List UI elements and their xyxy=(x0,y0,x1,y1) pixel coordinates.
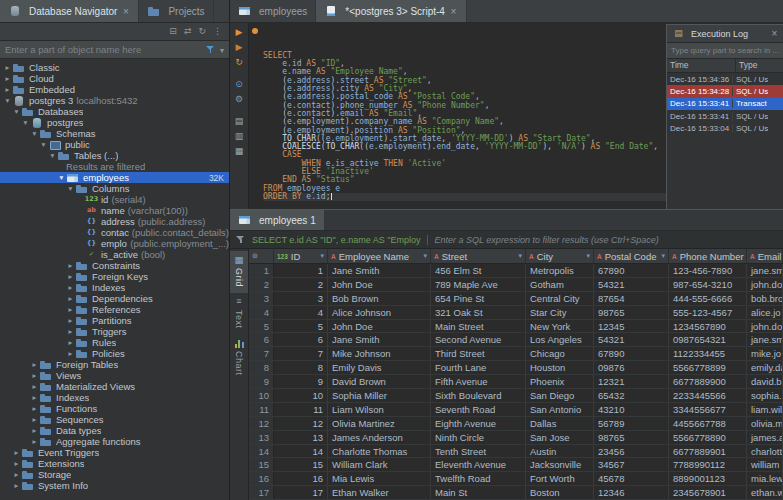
cell[interactable]: james.a xyxy=(747,431,783,444)
tree-item-id[interactable]: 123id(serial4) xyxy=(0,194,229,205)
cell[interactable]: 6 xyxy=(274,333,328,346)
expander-icon[interactable]: ▾ xyxy=(48,152,57,160)
execute-query-icon[interactable]: ▶ xyxy=(236,28,243,37)
cell[interactable]: 789 Maple Ave xyxy=(431,278,526,291)
tree-item-event-triggers[interactable]: ▸Event Triggers xyxy=(0,447,229,458)
view-tab-chart[interactable]: Chart xyxy=(230,334,248,382)
expander-icon[interactable]: ▸ xyxy=(3,64,12,72)
cell[interactable]: San Antonio xyxy=(526,403,594,416)
column-header-employee-name[interactable]: AEmployee Name▾ xyxy=(328,249,431,263)
cell[interactable]: Dallas xyxy=(526,417,594,430)
cell[interactable]: 7788990112 xyxy=(669,458,747,471)
tree-item-columns[interactable]: ▾Columns xyxy=(0,183,229,194)
row-number[interactable]: 3 xyxy=(249,292,274,305)
filter-input-placeholder[interactable]: Enter a SQL expression to filter results… xyxy=(427,235,659,245)
cell[interactable]: William Clark xyxy=(328,458,431,471)
cell[interactable]: Jane Smith xyxy=(328,264,431,277)
execution-log-tabbar[interactable]: Execution Log xyxy=(667,25,783,43)
tree-item-results-are-filtered[interactable]: Results are filtered xyxy=(0,161,229,172)
sort-icon[interactable]: ▾ xyxy=(320,252,324,260)
row-number[interactable]: 7 xyxy=(249,347,274,360)
cell[interactable]: 555-123-4567 xyxy=(669,306,747,319)
tree-item-foreign-keys[interactable]: ▸Foreign Keys xyxy=(0,271,229,282)
view-tab-grid[interactable]: ▦Grid xyxy=(230,251,248,293)
cell[interactable]: 2 xyxy=(274,278,328,291)
cell[interactable]: 0987654321 xyxy=(669,333,747,346)
cell[interactable]: 23456 xyxy=(594,445,669,458)
cell[interactable]: 14 xyxy=(274,445,328,458)
cell[interactable]: mia.lew xyxy=(747,472,783,485)
expander-icon[interactable]: ▸ xyxy=(12,460,21,468)
cell[interactable]: 98765 xyxy=(594,306,669,319)
cell[interactable]: 2345678901 xyxy=(669,486,747,499)
object-search-box[interactable]: Enter a part of object name here xyxy=(0,41,229,59)
tree-item-postgres-3[interactable]: ▾postgres 3localhost:5432 xyxy=(0,95,229,106)
refresh-icon[interactable]: ↻ xyxy=(198,27,206,36)
cell[interactable]: 34567 xyxy=(594,458,669,471)
cell[interactable]: Ethan Walker xyxy=(328,486,431,499)
cell[interactable]: 10 xyxy=(274,389,328,402)
expander-icon[interactable]: ▸ xyxy=(66,350,75,358)
row-header-corner[interactable]: ⊙ xyxy=(249,249,274,263)
row-number[interactable]: 8 xyxy=(249,361,274,374)
row-number[interactable]: 5 xyxy=(249,320,274,333)
filter-icon[interactable] xyxy=(206,45,216,54)
cell[interactable]: 6677889901 xyxy=(669,445,747,458)
explain-plan-icon[interactable]: ⊙ xyxy=(235,80,243,89)
cell[interactable]: 5566778899 xyxy=(669,361,747,374)
cell[interactable]: 8899001123 xyxy=(669,472,747,485)
cell[interactable]: 12 xyxy=(274,417,328,430)
tree-item-dependencies[interactable]: ▸Dependencies xyxy=(0,293,229,304)
tree-item-address[interactable]: {}address(public.address) xyxy=(0,216,229,227)
cell[interactable]: Seventh Road xyxy=(431,403,526,416)
cell[interactable]: 5 xyxy=(274,320,328,333)
tree-item-public[interactable]: ▾public xyxy=(0,139,229,150)
row-number[interactable]: 10 xyxy=(249,389,274,402)
tree-item-materialized-views[interactable]: ▸Materialized Views xyxy=(0,381,229,392)
expander-icon[interactable]: ▸ xyxy=(66,328,75,336)
cell[interactable]: 2233445566 xyxy=(669,389,747,402)
log-entry[interactable]: Dec-16 15:33:41SQL / Us xyxy=(667,110,783,122)
cell[interactable]: 444-555-6666 xyxy=(669,292,747,305)
cell[interactable]: 654 Pine St xyxy=(431,292,526,305)
tree-item-tables[interactable]: ▾Tables (...) xyxy=(0,150,229,161)
expander-icon[interactable]: ▸ xyxy=(30,416,39,424)
view-tab-text[interactable]: ≡Text xyxy=(230,293,248,335)
cell[interactable]: 9 xyxy=(274,375,328,388)
cell[interactable]: sophia. xyxy=(747,389,783,402)
cell[interactable]: Central City xyxy=(526,292,594,305)
cell[interactable]: 67890 xyxy=(594,347,669,360)
tree-item-embedded[interactable]: ▸Embedded xyxy=(0,84,229,95)
log-entry[interactable]: Dec-16 15:33:04SQL / Us xyxy=(667,123,783,135)
tree-item-schemas[interactable]: ▾Schemas xyxy=(0,128,229,139)
tree-item-constraints[interactable]: ▸Constraints xyxy=(0,260,229,271)
expander-icon[interactable]: ▸ xyxy=(66,317,75,325)
tree-item-contact[interactable]: {}contact(public.contact_details) xyxy=(0,227,229,238)
cell[interactable]: Mike Johnson xyxy=(328,347,431,360)
cell[interactable]: 987-654-3210 xyxy=(669,278,747,291)
cell[interactable]: Third Street xyxy=(431,347,526,360)
tree-item-extensions[interactable]: ▸Extensions xyxy=(0,458,229,469)
collapse-all-icon[interactable]: ⊟ xyxy=(169,27,177,36)
cell[interactable]: olivia.m xyxy=(747,417,783,430)
execute-script-icon[interactable]: ▶ xyxy=(236,43,243,52)
column-header-id[interactable]: 123ID▾ xyxy=(274,249,328,263)
row-number[interactable]: 16 xyxy=(249,472,274,485)
cell[interactable]: 11 xyxy=(274,403,328,416)
row-number[interactable]: 14 xyxy=(249,445,274,458)
settings-icon[interactable]: ⚙ xyxy=(235,95,243,104)
expander-icon[interactable]: ▾ xyxy=(30,130,39,138)
row-number[interactable]: 9 xyxy=(249,375,274,388)
export-icon[interactable]: ▦ xyxy=(235,147,244,156)
cell[interactable]: 4 xyxy=(274,306,328,319)
cell[interactable]: 7 xyxy=(274,347,328,360)
cell[interactable]: john.do xyxy=(747,320,783,333)
cell[interactable]: James Anderson xyxy=(328,431,431,444)
tab-script-4[interactable]: *<postgres 3> Script-4 xyxy=(316,0,467,22)
tab-database-navigator[interactable]: Database Navigator xyxy=(0,0,139,22)
log-icon[interactable]: ▥ xyxy=(235,132,244,141)
tree-item-foreign-tables[interactable]: ▸Foreign Tables xyxy=(0,359,229,370)
cell[interactable]: Fourth Lane xyxy=(431,361,526,374)
cell[interactable]: Sophia Miller xyxy=(328,389,431,402)
log-entry[interactable]: Dec-16 15:34:36SQL / Us xyxy=(667,73,783,85)
